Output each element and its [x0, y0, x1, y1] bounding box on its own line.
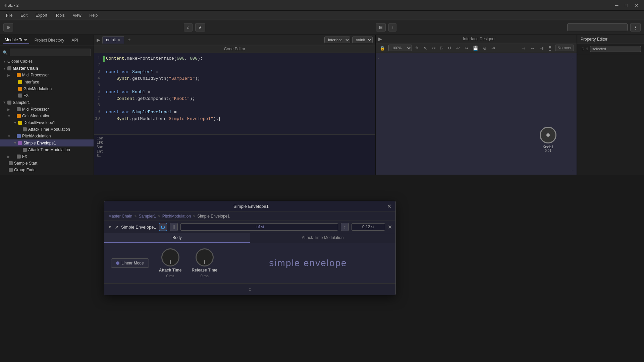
- knob1-widget[interactable]: Knob1 0.01: [540, 127, 556, 153]
- delete-button[interactable]: ✕: [86, 79, 91, 84]
- add-button[interactable]: +: [87, 66, 91, 71]
- delete-button[interactable]: ✕: [86, 100, 91, 105]
- knob-circle[interactable]: [540, 127, 556, 143]
- prop-id-input[interactable]: [590, 46, 641, 52]
- cursor-button[interactable]: ↖: [422, 45, 429, 51]
- menu-edit[interactable]: Edit: [17, 12, 31, 19]
- breadcrumb-sampler1[interactable]: Sampler1: [139, 214, 156, 219]
- add-button[interactable]: +: [87, 168, 91, 172]
- add-button[interactable]: +: [87, 154, 91, 159]
- add-button[interactable]: ⊕: [482, 45, 488, 51]
- attack-time-knob[interactable]: Attack Time 0 ms: [159, 248, 182, 278]
- new-button[interactable]: ⊕: [3, 23, 13, 32]
- minimize-button[interactable]: ─: [613, 2, 621, 9]
- fx-sampler[interactable]: ▶ FX +: [0, 153, 94, 160]
- breadcrumb-pitch-mod[interactable]: PitchModulation: [162, 214, 191, 219]
- tree-search-input[interactable]: [10, 49, 91, 56]
- midi-icon: [17, 107, 21, 111]
- power-button[interactable]: ⏻: [159, 223, 167, 231]
- sampler1-item[interactable]: ▼ Sampler1 ✎ ✕: [0, 99, 94, 106]
- expand-icon: ▶: [7, 108, 11, 111]
- tab-add-icon[interactable]: +: [125, 36, 132, 44]
- atm-2[interactable]: Attack Time Modulation: [0, 146, 94, 153]
- save-button[interactable]: 💾: [472, 45, 480, 51]
- resize-icon[interactable]: ↕: [249, 286, 251, 292]
- lock-button[interactable]: 🔒: [378, 45, 386, 51]
- menu-view[interactable]: View: [69, 12, 85, 19]
- add-button[interactable]: +: [87, 161, 91, 166]
- method-selector[interactable]: onInit: [352, 37, 373, 43]
- collapse-icon[interactable]: ▼: [108, 225, 112, 230]
- menu-help[interactable]: Help: [86, 12, 101, 19]
- breadcrumb-master-chain[interactable]: Master Chain: [108, 214, 132, 219]
- toolbar-search[interactable]: [567, 23, 628, 31]
- menu-export[interactable]: Export: [32, 12, 51, 19]
- breadcrumb-simple-env[interactable]: Simple Envelope1: [197, 214, 230, 219]
- delete-button[interactable]: ✕: [86, 140, 91, 145]
- redo-button[interactable]: ↪: [463, 45, 470, 51]
- midi-processor-1[interactable]: ▶ Midi Processor: [0, 72, 94, 78]
- maximize-button[interactable]: □: [623, 2, 630, 9]
- attack-time-knob-outer[interactable]: [161, 248, 179, 266]
- grid-button[interactable]: ⣿: [170, 223, 178, 231]
- fx-master[interactable]: FX +: [0, 92, 94, 99]
- interface-selector[interactable]: Interface: [324, 37, 350, 43]
- pitch-mod-item[interactable]: ▼ PitchModulation +: [0, 133, 94, 139]
- link-button[interactable]: ⇥: [490, 45, 496, 51]
- tab-oninit[interactable]: onInit ✕: [102, 36, 124, 44]
- audio-button[interactable]: ♪: [388, 23, 397, 32]
- tab-module-tree[interactable]: Module Tree: [3, 37, 29, 44]
- star-button[interactable]: ★: [195, 23, 205, 32]
- group-fade-item[interactable]: Group Fade +: [0, 167, 94, 173]
- env-value-left[interactable]: [180, 223, 338, 231]
- edit-button[interactable]: ✎: [80, 100, 85, 105]
- play-icon[interactable]: ▶: [378, 36, 382, 42]
- cut-button[interactable]: ✂: [431, 45, 437, 51]
- modal-close-button[interactable]: ✕: [387, 203, 391, 209]
- toolbar-extra[interactable]: ⋮: [630, 23, 641, 32]
- default-env-item[interactable]: ▼ DefaultEnvelope1: [0, 119, 94, 126]
- tab-api[interactable]: API: [69, 37, 80, 43]
- copy-button[interactable]: ⎘: [439, 45, 444, 51]
- tab-close-icon[interactable]: ✕: [118, 38, 120, 42]
- add-button[interactable]: +: [87, 114, 91, 118]
- add-button[interactable]: +: [87, 86, 91, 91]
- master-chain-item[interactable]: ▼ Master Chain +: [0, 65, 94, 72]
- release-time-knob[interactable]: Release Time 0 ms: [192, 248, 218, 278]
- tab-project-directory[interactable]: Project Directory: [33, 37, 66, 43]
- linear-mode-button[interactable]: Linear Mode: [111, 258, 149, 268]
- add-button[interactable]: +: [87, 134, 91, 138]
- simple-env-item[interactable]: ▼ Simple Envelope1 ✕: [0, 139, 94, 146]
- tab-attack-time-mod[interactable]: Attack Time Modulation: [250, 233, 395, 243]
- zoom-selector[interactable]: 100%: [388, 45, 412, 51]
- refresh-button[interactable]: ↺: [446, 45, 453, 51]
- grid-button[interactable]: ⊞: [376, 23, 386, 32]
- env-value-right[interactable]: [352, 223, 385, 231]
- midi-processor-2[interactable]: ▶ Midi Processor: [0, 106, 94, 113]
- align-right[interactable]: ⫥: [538, 45, 545, 51]
- gain-mod-1[interactable]: GainModulation +: [0, 85, 94, 92]
- distribute-h[interactable]: ⣿: [547, 45, 553, 51]
- align-left[interactable]: ⫤: [520, 45, 527, 51]
- atm-1[interactable]: Attack Time Modulation: [0, 126, 94, 133]
- menu-tools[interactable]: Tools: [52, 12, 68, 19]
- sample-start-item[interactable]: Sample Start +: [0, 160, 94, 167]
- designer-canvas[interactable]: ⌐ ⌐ ⌐ Knob1 0.01: [376, 53, 577, 175]
- env-arrow-button[interactable]: ↕: [341, 223, 349, 231]
- menu-file[interactable]: File: [3, 12, 16, 19]
- env-close-button[interactable]: ✕: [388, 224, 392, 230]
- undo-button[interactable]: ↩: [455, 45, 461, 51]
- code-area[interactable]: 1 Content.makeFrontInterface(600, 600); …: [94, 53, 375, 134]
- global-cables-item[interactable]: ▼ Global Cables: [0, 58, 94, 65]
- release-time-knob-outer[interactable]: [196, 248, 214, 266]
- tab-body[interactable]: Body: [104, 233, 250, 243]
- home-button[interactable]: ⌂: [184, 23, 193, 32]
- gain-mod-sampler[interactable]: ▼ GainModulation +: [0, 113, 94, 119]
- edit-button[interactable]: ✎: [80, 79, 85, 84]
- align-center[interactable]: ↔: [529, 45, 536, 51]
- close-button[interactable]: ✕: [633, 2, 641, 9]
- interface-item[interactable]: Interface ✎ ✕: [0, 78, 94, 85]
- code-run-icon[interactable]: ▶: [97, 37, 100, 43]
- add-button[interactable]: +: [87, 93, 91, 98]
- pencil-button[interactable]: ✎: [414, 45, 420, 51]
